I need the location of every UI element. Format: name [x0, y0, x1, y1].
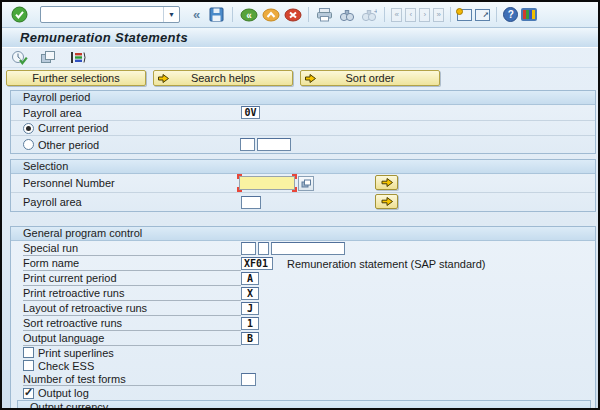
system-toolbar: ▼ « « + « ‹ › » ? [2, 2, 598, 28]
exit-icon[interactable] [261, 5, 280, 24]
group-title: General program control [11, 227, 595, 241]
execute-icon[interactable] [10, 48, 29, 67]
number-test-forms-label: Number of test forms [23, 372, 241, 386]
group-title: Selection [11, 160, 595, 174]
selection-group: Selection Personnel Number Payroll area [10, 159, 596, 212]
search-helps-label: Search helps [191, 72, 255, 84]
last-page-icon[interactable]: » [433, 8, 444, 22]
search-help-dropdown-icon[interactable] [298, 176, 314, 191]
print-current-period-input[interactable]: A [241, 272, 259, 285]
form-name-input[interactable]: XF01 [241, 257, 273, 270]
create-shortcut-icon[interactable] [475, 9, 490, 21]
back-icon[interactable]: « [239, 5, 258, 24]
personnel-multiselect-button[interactable] [375, 175, 398, 190]
print-superlines-checkbox[interactable] [23, 347, 34, 358]
check-ess-row: Check ESS [11, 359, 595, 372]
output-language-input[interactable]: B [241, 332, 259, 345]
number-test-forms-input[interactable] [241, 373, 256, 386]
payroll-area-input[interactable]: 0V [241, 106, 260, 119]
output-currency-subgroup: Output currency For period [17, 400, 591, 410]
form-name-row: Form name XF01 Remuneration statement (S… [11, 256, 595, 271]
print-current-period-label: Print current period [23, 271, 241, 286]
selection-payroll-area-input[interactable] [241, 196, 261, 209]
print-icon[interactable] [315, 5, 334, 24]
application-toolbar [2, 48, 598, 68]
personnel-number-input[interactable] [239, 176, 295, 190]
search-helps-button[interactable]: Search helps [153, 70, 293, 86]
other-period-radio[interactable] [23, 139, 34, 150]
help-icon[interactable]: ? [503, 7, 518, 22]
print-retroactive-runs-input[interactable]: X [241, 287, 259, 300]
command-dropdown-icon[interactable]: ▼ [163, 7, 179, 22]
selection-payroll-area-label: Payroll area [23, 193, 241, 211]
sort-order-button[interactable]: Sort order [300, 70, 440, 86]
print-current-period-row: Print current period A [11, 271, 595, 286]
print-superlines-label: Print superlines [38, 347, 114, 359]
focus-corner [237, 187, 242, 192]
previous-page-icon[interactable]: ‹ [405, 8, 416, 22]
further-selections-button[interactable]: Further selections [6, 70, 146, 86]
payroll-period-group: Payroll period Payroll area 0V Current p… [10, 90, 596, 154]
form-name-description: Remuneration statement (SAP standard) [287, 258, 486, 270]
special-run-input-1[interactable] [241, 242, 256, 255]
page-title: Remuneration Statements [20, 30, 188, 45]
special-run-label: Special run [23, 241, 241, 256]
toolbar-separator [232, 7, 233, 22]
other-period-row: Other period [11, 136, 595, 153]
program-log-icon[interactable] [68, 48, 87, 67]
selection-button-row: Further selections Search helps Sort ord… [2, 68, 598, 88]
find-icon[interactable] [337, 5, 356, 24]
output-log-label: Output log [38, 387, 89, 399]
save-icon[interactable] [207, 5, 226, 24]
output-language-row: Output language B [11, 331, 595, 346]
number-test-forms-row: Number of test forms [11, 372, 595, 386]
print-superlines-row: Print superlines [11, 346, 595, 359]
payroll-area-row: Payroll area 0V [11, 105, 595, 121]
print-retroactive-runs-row: Print retroactive runs X [11, 286, 595, 301]
output-language-label: Output language [23, 331, 241, 346]
other-period-year-input[interactable] [257, 138, 291, 151]
enter-icon[interactable] [10, 5, 29, 24]
toolbar-separator [308, 7, 309, 22]
layout-retroactive-runs-input[interactable]: J [241, 302, 259, 315]
cancel-icon[interactable] [283, 5, 302, 24]
form-name-label: Form name [23, 256, 241, 271]
check-ess-checkbox[interactable] [23, 360, 34, 371]
layout-retroactive-runs-row: Layout of retroactive runs J [11, 301, 595, 316]
payroll-area-multiselect-button[interactable] [375, 194, 398, 209]
special-run-input-3[interactable] [271, 242, 345, 255]
svg-text:«: « [246, 9, 252, 20]
collapse-toolbar-icon[interactable]: « [193, 7, 200, 22]
personnel-number-row: Personnel Number [11, 174, 595, 193]
special-run-input-2[interactable] [258, 242, 269, 255]
next-page-icon[interactable]: › [419, 8, 430, 22]
sort-order-label: Sort order [346, 72, 395, 84]
svg-text:+: + [374, 8, 377, 15]
sort-retroactive-runs-row: Sort retroactive runs 1 [11, 316, 595, 331]
customize-layout-icon[interactable] [521, 8, 537, 21]
group-title: Payroll period [11, 91, 595, 105]
further-selections-label: Further selections [32, 72, 119, 84]
current-period-radio[interactable] [23, 123, 34, 134]
yellow-arrow-icon [304, 73, 317, 86]
layout-retroactive-runs-label: Layout of retroactive runs [23, 301, 241, 316]
get-variant-icon[interactable] [39, 48, 58, 67]
payroll-area-label: Payroll area [23, 105, 241, 120]
command-field[interactable]: ▼ [40, 6, 180, 23]
other-period-label: Other period [38, 136, 240, 153]
special-run-row: Special run [11, 241, 595, 256]
output-log-checkbox[interactable] [23, 388, 34, 399]
other-period-input[interactable] [240, 138, 255, 151]
current-period-row: Current period [11, 121, 595, 136]
focus-corner [237, 174, 242, 179]
new-session-icon[interactable] [457, 9, 472, 21]
personnel-number-focus [237, 174, 297, 192]
focus-corner [292, 174, 297, 179]
toolbar-separator [384, 7, 385, 22]
find-next-icon[interactable]: + [359, 5, 378, 24]
sort-retroactive-runs-input[interactable]: 1 [241, 317, 259, 330]
first-page-icon[interactable]: « [391, 8, 402, 22]
current-period-label: Current period [38, 122, 108, 134]
selection-payroll-area-row: Payroll area [11, 193, 595, 211]
output-log-row: Output log [11, 386, 595, 400]
